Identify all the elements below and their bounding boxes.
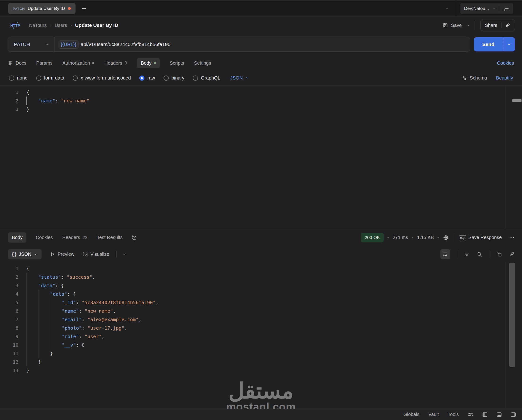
schema-button[interactable]: Schema [461, 75, 487, 81]
radio[interactable] [193, 76, 198, 81]
copy-icon[interactable] [496, 251, 502, 257]
wrap-text-button[interactable] [440, 249, 450, 259]
preview-button[interactable]: Preview [50, 251, 74, 257]
search-icon[interactable] [476, 251, 483, 257]
breadcrumb-collection[interactable]: Users [55, 23, 67, 28]
tab-label: Body [141, 61, 152, 66]
radio-label: GraphQL [201, 75, 220, 81]
response-tabs: BodyCookiesHeaders23Test Results [8, 232, 123, 243]
send-options-chevron-down-icon[interactable] [503, 37, 515, 51]
body-type-form-data[interactable]: form-data [36, 75, 64, 81]
body-type-graphql[interactable]: GraphQL [193, 75, 220, 81]
line-number: 12 [0, 358, 26, 366]
toggle-sidebar-panel-icon[interactable] [482, 412, 488, 418]
new-tab-button[interactable] [81, 5, 87, 12]
response-tab-test-results[interactable]: Test Results [97, 235, 123, 240]
tab-list-chevron-down-icon[interactable] [440, 6, 455, 11]
line-content: "name": "new name", [26, 307, 116, 315]
response-tab-headers[interactable]: Headers23 [62, 235, 88, 240]
gray-status-dot [92, 62, 94, 64]
token-pun: } [26, 368, 29, 373]
radio[interactable] [9, 76, 14, 81]
send-button[interactable]: Send [474, 37, 515, 51]
send-label[interactable]: Send [474, 37, 503, 51]
request-tab[interactable]: PATCH Update User By ID [8, 3, 76, 14]
body-type-x-www-form-urlencoded[interactable]: x-www-form-urlencoded [73, 75, 131, 81]
beautify-button[interactable]: Beautify [496, 75, 513, 81]
breadcrumb-separator: › [50, 23, 51, 28]
token-pun: } [38, 359, 41, 365]
body-type-none[interactable]: none [9, 75, 28, 81]
copy-link-icon[interactable] [509, 251, 515, 257]
response-tab-cookies[interactable]: Cookies [36, 235, 53, 240]
response-history-icon[interactable] [131, 235, 137, 241]
save-label: Save [451, 23, 462, 28]
request-tab-authorization[interactable]: Authorization [62, 61, 94, 66]
statusbar-vault[interactable]: Vault [428, 412, 439, 417]
indent-guide [26, 332, 38, 341]
indent-guide [26, 298, 38, 307]
radio[interactable] [163, 76, 169, 81]
indent-guide [26, 273, 38, 281]
radio-label: raw [147, 75, 155, 81]
token-pun: , [113, 308, 116, 314]
share-button[interactable]: Share [480, 20, 515, 31]
request-body-editor[interactable]: 1{2"name": "new name"3} [0, 86, 522, 229]
response-editor-scrollbar[interactable] [509, 263, 515, 367]
url-path-text[interactable]: api/v1/users/5c8a24402f8fb814b56fa190 [81, 42, 171, 47]
filter-icon[interactable] [464, 251, 470, 257]
save-response-button[interactable]: e.g. Save Response [460, 235, 502, 240]
request-tab-settings[interactable]: Settings [194, 61, 211, 66]
environment-selector[interactable]: Dev:Natou... [460, 3, 513, 14]
breadcrumb-workspace[interactable]: NaTours [29, 23, 46, 28]
unsaved-changes-dot [68, 7, 71, 10]
line-content: { [26, 264, 29, 273]
line-number: 1 [0, 264, 26, 273]
body-type-binary[interactable]: binary [163, 75, 184, 81]
line-number: 2 [0, 97, 26, 105]
save-button[interactable]: Save [443, 23, 462, 28]
breadcrumb-separator: › [70, 23, 72, 28]
method-chevron-down-icon [45, 42, 49, 46]
network-globe-icon[interactable] [443, 235, 449, 241]
more-options-icon[interactable] [509, 235, 515, 241]
environment-quick-look-icon[interactable] [503, 6, 509, 11]
view-options-chevron-down-icon[interactable] [123, 252, 127, 256]
request-tab-scripts[interactable]: Scripts [170, 61, 184, 66]
radio-selected[interactable] [139, 76, 145, 81]
statusbar-tools[interactable]: Tools [448, 412, 459, 417]
token-num: 0 [82, 342, 84, 348]
response-format-selector[interactable]: { } JSON [8, 249, 42, 259]
code-line-3: 3} [0, 105, 522, 114]
response-body-editor[interactable]: 1{2"status": "success",3"data": {4"data"… [0, 262, 522, 409]
request-tab-headers[interactable]: Headers9 [104, 61, 127, 66]
response-size: 1.15 KB [417, 235, 434, 240]
runner-sliders-icon[interactable] [468, 412, 474, 418]
request-tab-body[interactable]: Body [137, 58, 160, 68]
indent-guide [50, 341, 62, 349]
cookies-link[interactable]: Cookies [497, 61, 514, 66]
code-line-10: 10"__v": 0 [0, 341, 522, 349]
request-editor-scrollbar[interactable] [512, 99, 522, 102]
request-tab-params[interactable]: Params [36, 61, 53, 66]
environment-chevron-down-icon[interactable] [492, 6, 497, 11]
body-type-raw[interactable]: raw [139, 75, 155, 81]
token-str: "alex@example.com" [87, 317, 138, 322]
toggle-right-panel-icon[interactable] [510, 412, 516, 418]
save-options-chevron-down-icon[interactable] [466, 23, 470, 27]
raw-format-selector[interactable]: JSON [230, 75, 249, 81]
toggle-console-panel-icon[interactable] [496, 412, 502, 418]
token-key: "name" [38, 98, 55, 104]
radio[interactable] [36, 76, 41, 81]
method-selector[interactable]: PATCH [8, 42, 54, 47]
url-variable-chip[interactable]: {{URL}} [59, 40, 79, 49]
line-content: } [26, 358, 41, 366]
request-url-input[interactable]: PATCH {{URL}} api/v1/users/5c8a24402f8fb… [8, 37, 470, 52]
radio[interactable] [73, 76, 78, 81]
token-pun: , [102, 334, 105, 339]
statusbar-globals[interactable]: Globals [403, 412, 419, 417]
request-tab-docs[interactable]: Docs [8, 61, 26, 66]
response-tab-body[interactable]: Body [8, 232, 26, 243]
visualize-button[interactable]: Visualize [82, 251, 109, 257]
save-icon [443, 23, 448, 28]
